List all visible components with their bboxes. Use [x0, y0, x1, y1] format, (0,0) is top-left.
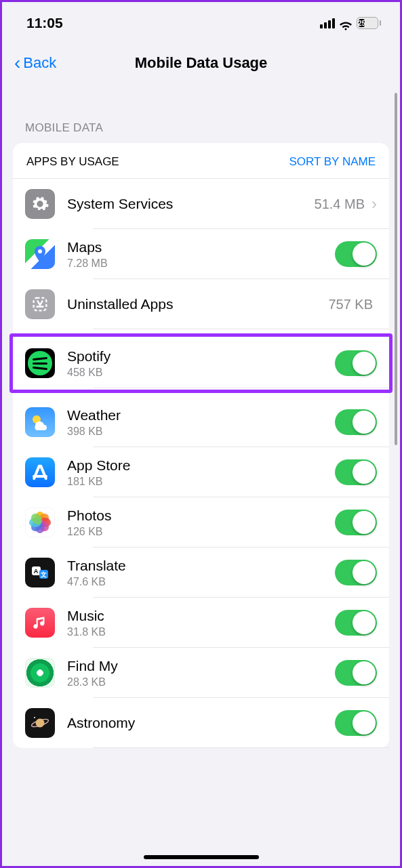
toggle-switch[interactable] — [335, 350, 377, 376]
weather-app-icon — [25, 407, 55, 437]
toggle-switch[interactable] — [335, 409, 377, 435]
app-name: Spotify — [67, 348, 335, 365]
app-usage-subtext: 126 KB — [67, 526, 335, 538]
app-name: Translate — [67, 557, 335, 575]
uninstalled-apps-icon — [25, 289, 55, 319]
toggle-switch[interactable] — [335, 610, 377, 636]
scroll-indicator[interactable] — [395, 93, 397, 445]
toggle-switch[interactable] — [335, 710, 377, 736]
app-name: Astronomy — [67, 714, 335, 732]
toggle-switch[interactable] — [335, 560, 377, 585]
find-my-app-icon — [25, 658, 55, 688]
status-bar: 11:05 25 — [2, 2, 400, 40]
status-time: 11:05 — [26, 15, 63, 31]
toggle-switch[interactable] — [335, 241, 377, 267]
back-label: Back — [23, 54, 56, 72]
maps-app-icon — [25, 239, 55, 269]
sort-by-name-button[interactable]: SORT BY NAME — [289, 155, 376, 169]
battery-icon: 25 — [357, 17, 381, 29]
svg-point-9 — [34, 717, 35, 718]
svg-text:文: 文 — [40, 571, 47, 578]
app-usage-subtext: 181 KB — [67, 476, 335, 488]
app-name: Find My — [67, 657, 335, 675]
toggle-switch[interactable] — [335, 459, 377, 485]
list-item: Find My 28.3 KB — [13, 648, 389, 698]
svg-text:A: A — [34, 568, 39, 575]
home-indicator[interactable] — [144, 855, 259, 859]
spotify-app-icon — [25, 348, 55, 378]
page-title: Mobile Data Usage — [2, 54, 400, 72]
list-item: Spotify 458 KB — [13, 338, 389, 388]
music-app-icon — [25, 608, 55, 638]
app-store-app-icon — [25, 457, 55, 487]
navigation-bar: ‹ Back Mobile Data Usage — [2, 40, 400, 85]
list-item[interactable]: System Services 51.4 MB› — [13, 179, 389, 229]
app-usage-subtext: 7.28 MB — [67, 257, 335, 270]
list-item: Weather 398 KB — [13, 397, 389, 447]
section-header: MOBILE DATA — [2, 85, 400, 143]
cellular-signal-icon — [320, 18, 335, 28]
svg-point-0 — [38, 249, 42, 253]
app-name: Weather — [67, 407, 335, 424]
list-item: A文 Translate 47.6 KB — [13, 547, 389, 598]
list-header-label: APPS BY USAGE — [26, 155, 119, 169]
translate-app-icon: A文 — [25, 558, 55, 587]
list-item: Astronomy — [13, 698, 389, 748]
photos-app-icon — [25, 508, 55, 537]
usage-value: 757 KB — [328, 297, 373, 312]
app-usage-subtext: 458 KB — [67, 367, 335, 379]
app-usage-subtext: 31.8 KB — [67, 626, 335, 638]
astronomy-app-icon — [25, 708, 55, 738]
app-name: Music — [67, 607, 335, 625]
app-name: App Store — [67, 457, 335, 474]
svg-point-8 — [36, 719, 45, 728]
list-item: Photos 126 KB — [13, 497, 389, 547]
app-usage-subtext: 47.6 KB — [67, 576, 335, 588]
list-item: App Store 181 KB — [13, 447, 389, 497]
list-item: Maps 7.28 MB — [13, 229, 389, 279]
app-usage-subtext: 28.3 KB — [67, 676, 335, 688]
app-usage-list: APPS BY USAGE SORT BY NAME System Servic… — [13, 143, 389, 748]
app-name: System Services — [67, 195, 315, 213]
app-name: Maps — [67, 239, 335, 256]
app-name: Photos — [67, 507, 335, 524]
list-item: Uninstalled Apps 757 KB — [13, 279, 389, 329]
list-item: Music 31.8 KB — [13, 598, 389, 648]
wifi-icon — [339, 18, 353, 28]
app-name: Uninstalled Apps — [67, 295, 328, 313]
chevron-left-icon: ‹ — [14, 54, 20, 73]
toggle-switch[interactable] — [335, 510, 377, 535]
usage-value: 51.4 MB — [315, 197, 365, 212]
toggle-switch[interactable] — [335, 660, 377, 686]
back-button[interactable]: ‹ Back — [14, 54, 56, 73]
settings-gear-icon — [25, 189, 55, 219]
app-usage-subtext: 398 KB — [67, 426, 335, 438]
chevron-right-icon: › — [371, 194, 377, 213]
